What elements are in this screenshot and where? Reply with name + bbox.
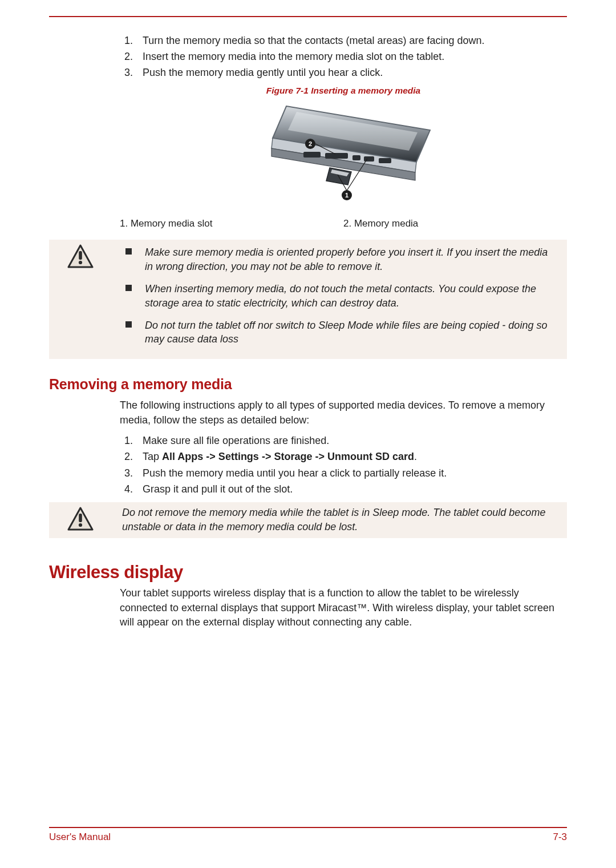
- warning-text-2: Do not remove the memory media while the…: [122, 506, 565, 534]
- page-footer: User's Manual 7-3: [49, 790, 567, 843]
- footer-right: 7-3: [553, 831, 567, 843]
- warning-item: When inserting memory media, do not touc…: [122, 282, 557, 310]
- insert-steps-list: Turn the memory media so that the contac…: [120, 33, 567, 80]
- warning-icon: [49, 243, 112, 354]
- footer-left: User's Manual: [49, 831, 111, 843]
- svg-text:2: 2: [309, 140, 312, 147]
- remove-step: Grasp it and pull it out of the slot.: [136, 482, 567, 496]
- svg-rect-22: [79, 514, 82, 522]
- top-rule: [49, 16, 567, 17]
- warning-box-2: Do not remove the memory media while the…: [49, 502, 567, 539]
- heading-removing: Removing a memory media: [49, 376, 567, 393]
- remove-steps-list: Make sure all file operations are finish…: [120, 433, 567, 496]
- insert-step: Turn the memory media so that the contac…: [136, 33, 567, 48]
- figure-caption: Figure 7-1 Inserting a memory media: [120, 86, 567, 96]
- warning-item: Do not turn the tablet off nor switch to…: [122, 318, 557, 347]
- insert-step: Push the memory media gently until you h…: [136, 65, 567, 80]
- svg-point-23: [79, 523, 82, 527]
- bottom-rule: [49, 827, 567, 828]
- insert-step: Insert the memory media into the memory …: [136, 49, 567, 64]
- remove-step: Make sure all file operations are finish…: [136, 433, 567, 448]
- remove-step: Tap All Apps -> Settings -> Storage -> U…: [136, 449, 567, 464]
- svg-rect-6: [352, 155, 360, 160]
- warning-box-1: Make sure memory media is oriented prope…: [49, 240, 567, 359]
- warning-item: Make sure memory media is oriented prope…: [122, 245, 557, 274]
- figure-key-left: 1. Memory media slot: [120, 218, 343, 229]
- heading-wireless: Wireless display: [49, 562, 567, 583]
- content-column: Turn the memory media so that the contac…: [49, 33, 567, 630]
- remove-step: Push the memory media until you hear a c…: [136, 466, 567, 481]
- svg-rect-7: [364, 156, 374, 162]
- step2-prefix: Tap: [143, 451, 162, 462]
- svg-text:1: 1: [345, 192, 348, 199]
- figure-tablet-slot: 2 1: [120, 99, 567, 213]
- warning-text-1: Make sure memory media is oriented prope…: [122, 243, 565, 354]
- svg-rect-19: [79, 251, 82, 260]
- figure-key-right: 2. Memory media: [343, 218, 567, 229]
- svg-rect-8: [379, 158, 391, 163]
- figure-key-row: 1. Memory media slot 2. Memory media: [120, 218, 567, 229]
- manual-page: Turn the memory media so that the contac…: [0, 0, 616, 868]
- wireless-body: Your tablet supports wireless display th…: [120, 586, 567, 630]
- remove-intro: The following instructions apply to all …: [120, 398, 567, 427]
- svg-point-20: [79, 261, 82, 264]
- step2-tail: .: [414, 451, 417, 462]
- tablet-illustration-icon: 2 1: [246, 99, 440, 213]
- svg-rect-5: [325, 153, 348, 159]
- warning-icon: [49, 506, 112, 534]
- step2-strong: All Apps -> Settings -> Storage -> Unmou…: [162, 451, 414, 462]
- svg-rect-4: [303, 152, 321, 158]
